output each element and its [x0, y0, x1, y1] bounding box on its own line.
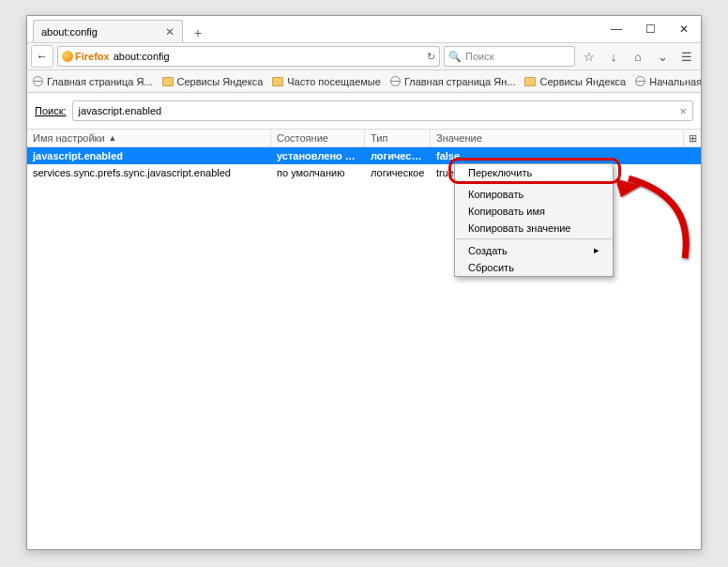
cell-type: логическ...: [365, 150, 431, 161]
identity-box: Firefox: [62, 51, 110, 62]
bookmark-item[interactable]: Часто посещаемые: [272, 76, 381, 87]
separator: [456, 238, 612, 239]
cell-status: установлено по...: [271, 150, 365, 161]
filter-value: javascript.enabled: [79, 105, 162, 116]
cell-status: по умолчанию: [271, 167, 365, 178]
url-bar[interactable]: Firefox about:config ↻: [57, 46, 440, 67]
filter-label: Поиск:: [35, 105, 67, 116]
menu-icon[interactable]: ☰: [676, 46, 697, 67]
config-filter-bar: Поиск: javascript.enabled ×: [27, 93, 701, 129]
filter-input[interactable]: javascript.enabled ×: [72, 100, 693, 121]
separator: [456, 183, 612, 184]
close-button[interactable]: ✕: [667, 16, 701, 42]
ctx-copy-name[interactable]: Копировать имя: [455, 203, 613, 220]
cell-type: логическое: [365, 167, 431, 178]
context-menu: Переключить Копировать Копировать имя Ко…: [454, 163, 614, 277]
bookmarks-bar: Главная страница Я... Сервисы Яндекса Ча…: [27, 70, 701, 93]
bookmark-item[interactable]: Главная страница Я...: [33, 76, 153, 87]
globe-icon: [33, 76, 43, 86]
pref-row-selected[interactable]: javascript.enabled установлено по... лог…: [27, 147, 701, 164]
search-icon: 🔍: [448, 51, 462, 63]
browser-window: about:config ✕ + — ☐ ✕ ← Firefox about:c…: [26, 15, 702, 550]
globe-icon: [635, 76, 645, 86]
col-picker-icon[interactable]: ⊞: [684, 130, 701, 146]
folder-icon: [162, 77, 174, 86]
ctx-copy[interactable]: Копировать: [455, 186, 613, 203]
tab-close-icon[interactable]: ✕: [165, 25, 174, 38]
cell-name: javascript.enabled: [27, 150, 271, 161]
search-placeholder: Поиск: [465, 51, 493, 62]
reload-icon[interactable]: ↻: [427, 51, 435, 63]
col-name[interactable]: Имя настройки▲: [27, 130, 271, 146]
minimize-button[interactable]: —: [599, 16, 633, 42]
bookmark-item[interactable]: Сервисы Яндекса: [524, 76, 626, 87]
folder-icon: [272, 77, 283, 86]
tabstrip: about:config ✕ +: [27, 20, 599, 42]
pocket-icon[interactable]: ⌄: [652, 46, 673, 67]
browser-tab[interactable]: about:config ✕: [33, 20, 183, 42]
folder-icon: [524, 77, 536, 86]
clear-filter-icon[interactable]: ×: [679, 104, 687, 118]
sort-asc-icon: ▲: [109, 133, 117, 143]
tab-title: about:config: [41, 26, 98, 38]
search-bar[interactable]: 🔍 Поиск: [444, 46, 575, 67]
col-value[interactable]: Значение: [431, 130, 684, 146]
ctx-copy-value[interactable]: Копировать значение: [455, 220, 613, 237]
home-icon[interactable]: ⌂: [628, 46, 648, 67]
maximize-button[interactable]: ☐: [633, 16, 667, 42]
navigation-bar: ← Firefox about:config ↻ 🔍 Поиск ☆ ↓ ⌂ ⌄…: [27, 42, 701, 70]
url-text: about:config: [114, 51, 170, 62]
cell-name: services.sync.prefs.sync.javascript.enab…: [27, 167, 271, 178]
bookmark-star-icon[interactable]: ☆: [579, 46, 599, 67]
downloads-icon[interactable]: ↓: [603, 46, 624, 67]
cell-value: false: [431, 150, 701, 161]
new-tab-button[interactable]: +: [187, 23, 209, 42]
bookmark-item[interactable]: Сервисы Яндекса: [162, 76, 264, 87]
column-header: Имя настройки▲ Состояние Тип Значение ⊞: [27, 129, 701, 147]
titlebar: about:config ✕ + — ☐ ✕: [27, 16, 701, 42]
ctx-toggle[interactable]: Переключить: [455, 164, 613, 181]
ctx-reset[interactable]: Сбросить: [455, 259, 613, 276]
globe-icon: [390, 76, 401, 86]
submenu-arrow-icon: ▸: [594, 244, 599, 256]
bookmark-item[interactable]: Начальная страница: [635, 76, 701, 87]
firefox-icon: [62, 51, 73, 62]
ctx-create[interactable]: Создать▸: [455, 241, 613, 259]
col-status[interactable]: Состояние: [271, 130, 365, 146]
bookmark-item[interactable]: Главная страница Ян...: [390, 76, 516, 87]
col-type[interactable]: Тип: [365, 130, 431, 146]
back-button[interactable]: ←: [31, 45, 53, 68]
window-controls: — ☐ ✕: [599, 16, 701, 42]
